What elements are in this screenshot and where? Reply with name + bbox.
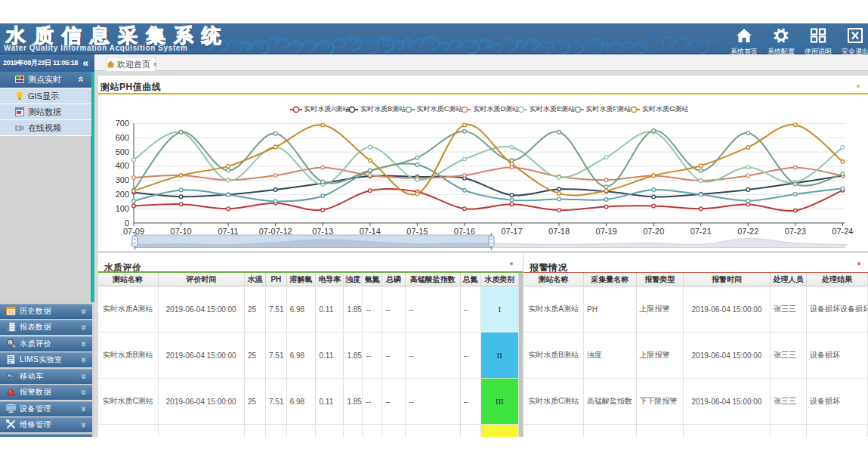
svg-text:07-19: 07-19 [595, 227, 616, 236]
svg-text:07-07-12: 07-07-12 [258, 227, 292, 236]
svg-text:07-17: 07-17 [501, 227, 522, 236]
svg-text:07-24: 07-24 [832, 227, 853, 236]
svg-text:07-14: 07-14 [359, 227, 380, 236]
svg-text:07-15: 07-15 [406, 227, 428, 236]
svg-text:07-23: 07-23 [784, 227, 805, 236]
svg-text:400: 400 [115, 161, 128, 170]
svg-text:07-13: 07-13 [312, 227, 333, 236]
svg-text:0: 0 [124, 218, 128, 227]
svg-text:07-22: 07-22 [737, 227, 758, 236]
svg-text:07-20: 07-20 [643, 227, 664, 236]
svg-text:07-21: 07-21 [690, 227, 711, 236]
svg-text:700: 700 [115, 119, 128, 128]
svg-text:100: 100 [115, 203, 128, 212]
svg-text:07-10: 07-10 [170, 227, 191, 236]
svg-text:07-16: 07-16 [453, 227, 474, 236]
svg-text:300: 300 [115, 175, 128, 184]
svg-text:07-11: 07-11 [218, 227, 238, 236]
svg-text:500: 500 [115, 147, 128, 156]
svg-text:Q: Q [8, 340, 12, 345]
svg-text:600: 600 [115, 132, 128, 141]
svg-text:07-09: 07-09 [122, 227, 144, 236]
svg-text:07-18: 07-18 [548, 227, 569, 236]
svg-text:200: 200 [115, 189, 128, 198]
